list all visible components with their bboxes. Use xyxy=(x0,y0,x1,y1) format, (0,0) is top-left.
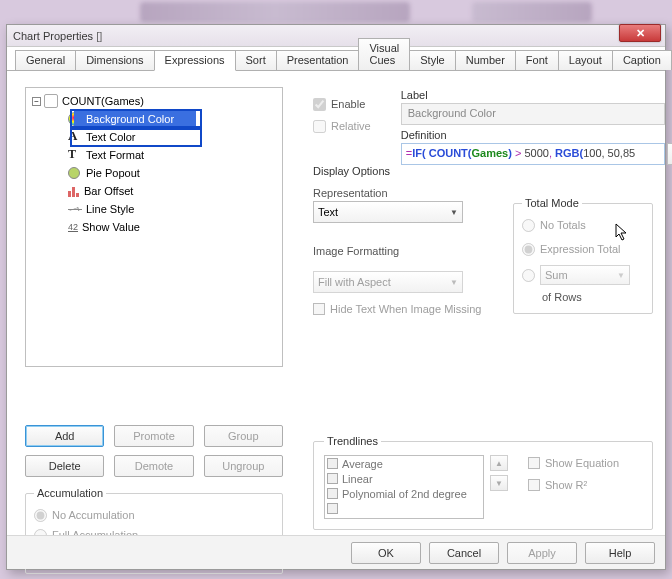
add-button[interactable]: Add xyxy=(25,425,104,447)
tree-node-line-style[interactable]: Line Style xyxy=(30,200,282,218)
text-color-icon: A xyxy=(68,130,82,144)
tree-node-show-value[interactable]: 42 Show Value xyxy=(30,218,282,236)
show-r2-checkbox: Show R² xyxy=(528,479,619,491)
hide-text-checkbox: Hide Text When Image Missing xyxy=(313,303,493,315)
chart-properties-dialog: Chart Properties [] ✕ General Dimensions… xyxy=(6,24,666,570)
trend-item-more: x xyxy=(325,501,483,516)
expression-icon xyxy=(44,94,58,108)
close-button[interactable]: ✕ xyxy=(619,24,661,42)
tree-node-text-color[interactable]: A Text Color xyxy=(30,128,282,146)
chevron-down-icon: ▼ xyxy=(617,271,625,280)
trend-item-linear: Linear xyxy=(325,471,483,486)
enable-checkbox-input xyxy=(313,98,326,111)
radio-sum-of-rows: Sum ▼ xyxy=(522,265,644,285)
value-icon: 42 xyxy=(68,222,78,232)
accumulation-legend: Accumulation xyxy=(34,487,106,499)
trend-item-average: Average xyxy=(325,456,483,471)
bar-icon xyxy=(68,185,79,197)
tab-visual-cues[interactable]: Visual Cues xyxy=(358,38,410,70)
tab-sort[interactable]: Sort xyxy=(235,50,277,70)
label-label: Label xyxy=(401,89,672,101)
trend-move-down-button: ▼ xyxy=(490,475,508,491)
radio-no-accumulation: No Accumulation xyxy=(34,505,274,525)
ok-button[interactable]: OK xyxy=(351,542,421,564)
checkbox-icon xyxy=(528,479,540,491)
expressions-tree[interactable]: − COUNT(Games) Background Color A Text C… xyxy=(25,87,283,367)
sum-combo: Sum ▼ xyxy=(540,265,630,285)
tree-node-root[interactable]: − COUNT(Games) xyxy=(30,92,282,110)
image-formatting-combo: Fill with Aspect ▼ xyxy=(313,271,463,293)
trendlines-list: Average Linear Polynomial of 2nd degree … xyxy=(324,455,484,519)
radio-expression-total-input xyxy=(522,243,535,256)
radio-no-accumulation-input xyxy=(34,509,47,522)
image-formatting-label: Image Formatting xyxy=(313,245,493,257)
dialog-footer: OK Cancel Apply Help xyxy=(7,535,665,569)
tab-dimensions[interactable]: Dimensions xyxy=(75,50,154,70)
checkbox-icon xyxy=(327,458,338,469)
tab-number[interactable]: Number xyxy=(455,50,516,70)
definition-editor-button[interactable]: ... xyxy=(667,143,672,165)
chevron-down-icon: ▼ xyxy=(450,278,458,287)
help-button[interactable]: Help xyxy=(585,542,655,564)
group-button: Group xyxy=(204,425,283,447)
checkbox-icon xyxy=(327,503,338,514)
relative-checkbox: Relative xyxy=(313,117,371,135)
text-format-icon: T xyxy=(68,148,82,162)
apply-button: Apply xyxy=(507,542,577,564)
demote-button: Demote xyxy=(114,455,193,477)
promote-button: Promote xyxy=(114,425,193,447)
tab-presentation[interactable]: Presentation xyxy=(276,50,360,70)
cancel-button[interactable]: Cancel xyxy=(429,542,499,564)
tab-expressions[interactable]: Expressions xyxy=(154,50,236,71)
show-equation-checkbox: Show Equation xyxy=(528,457,619,469)
label-field: Background Color xyxy=(401,103,665,125)
trend-item-poly2: Polynomial of 2nd degree xyxy=(325,486,483,501)
tree-node-bar-offset[interactable]: Bar Offset xyxy=(30,182,282,200)
window-title: Chart Properties xyxy=(13,30,93,42)
checkbox-icon xyxy=(327,473,338,484)
radio-sum-input xyxy=(522,269,535,282)
of-rows-label: of Rows xyxy=(542,291,644,303)
representation-label: Representation xyxy=(313,187,493,199)
trendlines-group: Trendlines Average Linear Polynomial of … xyxy=(313,435,653,530)
tab-layout[interactable]: Layout xyxy=(558,50,613,70)
pie-icon xyxy=(68,167,80,179)
tab-caption[interactable]: Caption xyxy=(612,50,672,70)
close-icon: ✕ xyxy=(636,27,645,40)
checkbox-icon xyxy=(327,488,338,499)
trendlines-legend: Trendlines xyxy=(324,435,381,447)
tab-style[interactable]: Style xyxy=(409,50,455,70)
enable-checkbox: Enable xyxy=(313,95,371,113)
definition-field[interactable]: =IF( COUNT(Games) > 5000, RGB(100, 50,85 xyxy=(401,143,665,165)
chevron-down-icon: ▼ xyxy=(450,208,458,217)
tab-general[interactable]: General xyxy=(15,50,76,70)
representation-combo[interactable]: Text ▼ xyxy=(313,201,463,223)
tree-node-text-format[interactable]: T Text Format xyxy=(30,146,282,164)
checkbox-icon xyxy=(313,303,325,315)
titlebar: Chart Properties [] ✕ xyxy=(7,25,665,47)
radio-expression-total: Expression Total xyxy=(522,239,644,259)
radio-no-totals-input xyxy=(522,219,535,232)
window-title-suffix: [] xyxy=(96,30,102,42)
tab-font[interactable]: Font xyxy=(515,50,559,70)
radio-no-totals: No Totals xyxy=(522,215,644,235)
line-icon xyxy=(68,209,82,210)
ungroup-button: Ungroup xyxy=(204,455,283,477)
display-options-legend: Display Options xyxy=(313,165,493,177)
trend-move-up-button: ▲ xyxy=(490,455,508,471)
definition-label: Definition xyxy=(401,129,672,141)
relative-checkbox-input xyxy=(313,120,326,133)
delete-button[interactable]: Delete xyxy=(25,455,104,477)
total-mode-legend: Total Mode xyxy=(522,197,582,209)
total-mode-group: Total Mode No Totals Expression Total xyxy=(513,197,653,314)
tree-node-pie-popout[interactable]: Pie Popout xyxy=(30,164,282,182)
checkbox-icon xyxy=(528,457,540,469)
collapse-icon[interactable]: − xyxy=(32,97,41,106)
tab-strip: General Dimensions Expressions Sort Pres… xyxy=(7,47,665,71)
